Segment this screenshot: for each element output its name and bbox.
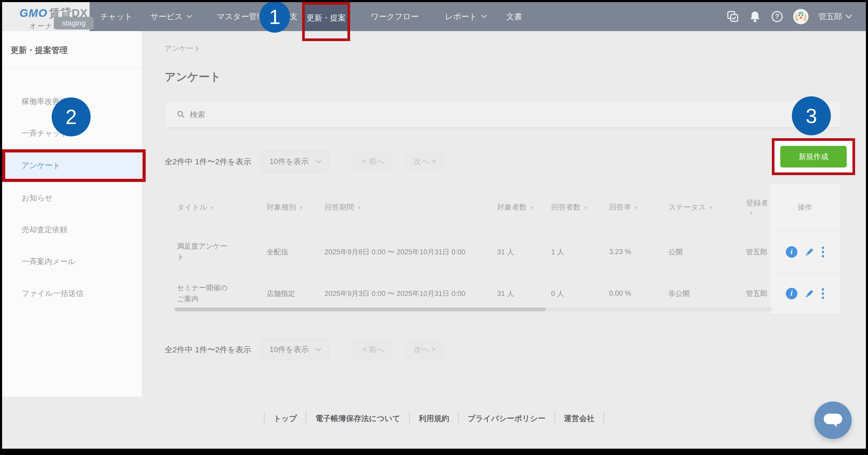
chevron-down-icon xyxy=(316,348,321,352)
col-header-registrant[interactable]: 登録者▼ xyxy=(734,198,770,217)
page-size-select[interactable]: 10件を表示 xyxy=(260,339,329,360)
footer-link-top[interactable]: トップ xyxy=(264,412,306,425)
sort-caret-icon: ▼ xyxy=(299,205,304,210)
cell-target-type: 店舗指定 xyxy=(254,289,312,298)
col-header-target-type[interactable]: 対象種別▼ xyxy=(254,202,312,212)
cell-target-type: 全配信 xyxy=(254,247,312,257)
sidebar-item-bulk-file-send[interactable]: ファイル一括送信 xyxy=(2,278,142,310)
footer-link-e-ledger-law[interactable]: 電子帳簿保存法について xyxy=(306,412,409,425)
annotation-step-2: 2 xyxy=(52,97,91,136)
annotation-step-3: 3 xyxy=(792,96,831,135)
col-header-targets[interactable]: 対象者数▼ xyxy=(485,202,539,212)
page-size-select[interactable]: 10件を表示 xyxy=(260,151,329,172)
sort-caret-icon: ▼ xyxy=(583,205,588,210)
edit-pencil-icon[interactable] xyxy=(804,247,815,257)
prev-page-button[interactable]: < 前へ xyxy=(353,151,394,172)
edit-pencil-icon[interactable] xyxy=(804,288,815,299)
annotation-step-1: 1 xyxy=(259,1,290,33)
nav-item-update-proposal[interactable]: 更新・提案 xyxy=(305,5,347,31)
sort-caret-icon: ▼ xyxy=(529,205,534,210)
horizontal-scrollbar[interactable] xyxy=(175,307,772,312)
nav-item-documents[interactable]: 文書 xyxy=(506,2,522,31)
info-icon[interactable]: i xyxy=(786,246,797,258)
cell-rate: 0.00 % xyxy=(597,289,656,297)
pagination-summary: 全2件中 1件〜2件を表示 xyxy=(165,345,251,355)
scrollbar-thumb[interactable] xyxy=(175,307,546,311)
app-logo[interactable]: GMO賃貸DX オーナーアプリ staging xyxy=(2,2,90,31)
survey-table: タイトル▼ 対象種別▼ 回答期間▼ 対象者数▼ 回答者数▼ 回答率▼ ステータス… xyxy=(165,183,840,315)
cell-title: セミナー開催のご案内 xyxy=(165,283,254,305)
chevron-down-icon xyxy=(316,160,321,164)
sort-caret-icon: ▼ xyxy=(357,205,362,210)
breadcrumb[interactable]: アンケート xyxy=(165,44,866,53)
pagination-bottom: 全2件中 1件〜2件を表示 10件を表示 < 前へ 次へ > xyxy=(165,339,866,360)
table-row[interactable]: 満足度アンケート 全配信 2025年9月8日 0:00 〜 2025年10月31… xyxy=(165,231,840,272)
table-header-row: タイトル▼ 対象種別▼ 回答期間▼ 対象者数▼ 回答者数▼ 回答率▼ ステータス… xyxy=(165,184,840,231)
top-navigation-bar: GMO賃貸DX オーナーアプリ staging チャット サービス マスター管理… xyxy=(2,2,866,31)
pagination-top: 全2件中 1件〜2件を表示 10件を表示 < 前へ 次へ > xyxy=(165,151,866,172)
user-menu[interactable]: 管五郎 xyxy=(818,11,852,22)
cell-registrant: 管五郎 xyxy=(734,289,770,298)
nav-item-chat[interactable]: チャット xyxy=(100,2,132,31)
cell-targets: 31 人 xyxy=(485,289,539,298)
next-page-button[interactable]: 次へ > xyxy=(404,151,445,172)
cell-period: 2025年9月3日 0:00 〜 2025年10月31日 0:00 xyxy=(312,289,485,298)
nav-item-report[interactable]: レポート xyxy=(445,2,487,31)
cell-title: 満足度アンケート xyxy=(165,241,254,263)
logo-gmo-text: GMO xyxy=(20,7,48,19)
create-new-button[interactable]: 新規作成 xyxy=(780,146,847,167)
col-header-rate[interactable]: 回答率▼ xyxy=(597,202,656,212)
search-icon xyxy=(177,110,185,119)
cell-targets: 31 人 xyxy=(485,247,539,257)
sidebar-item-news[interactable]: お知らせ xyxy=(2,182,142,214)
cell-actions: i xyxy=(770,273,840,314)
help-icon[interactable]: ? xyxy=(771,10,783,23)
staging-env-badge: staging xyxy=(54,17,94,30)
user-name: 管五郎 xyxy=(818,11,842,22)
sidebar-item-sale-assessment[interactable]: 売却査定依頼 xyxy=(2,214,142,246)
cell-status: 非公開 xyxy=(656,289,734,298)
pagination-summary: 全2件中 1件〜2件を表示 xyxy=(165,156,251,167)
search-input[interactable] xyxy=(190,110,840,119)
footer-link-privacy-policy[interactable]: プライバシーポリシー xyxy=(458,412,554,425)
user-avatar[interactable]: DX xyxy=(793,9,808,24)
sort-caret-icon: ▼ xyxy=(749,210,754,216)
col-header-title[interactable]: タイトル▼ xyxy=(165,202,254,212)
tasks-icon[interactable] xyxy=(727,10,739,23)
cell-actions: i xyxy=(770,231,840,272)
nav-item-master-admin[interactable]: マスター管理 xyxy=(217,2,265,31)
sidebar-title: 更新・提案管理 xyxy=(10,45,142,56)
app-window: GMO賃貸DX オーナーアプリ staging チャット サービス マスター管理… xyxy=(0,0,868,455)
cell-rate: 3.23 % xyxy=(597,248,656,256)
sort-caret-icon: ▼ xyxy=(634,205,639,210)
cell-period: 2025年9月8日 0:00 〜 2025年10月31日 0:00 xyxy=(312,247,485,257)
cell-registrant: 管五郎 xyxy=(734,247,770,257)
prev-page-button[interactable]: < 前へ xyxy=(353,339,394,360)
info-icon[interactable]: i xyxy=(786,288,797,299)
chevron-down-icon xyxy=(845,14,852,19)
sidebar-item-bulk-info-mail[interactable]: 一斉案内メール xyxy=(2,246,142,278)
kebab-menu-icon[interactable] xyxy=(822,288,824,299)
kebab-menu-icon[interactable] xyxy=(822,247,824,258)
next-page-button[interactable]: 次へ > xyxy=(404,339,445,360)
cell-respondents: 1 人 xyxy=(539,247,597,257)
chat-support-button[interactable] xyxy=(814,401,852,439)
col-header-actions: 操作 xyxy=(770,184,840,231)
col-header-respondents[interactable]: 回答者数▼ xyxy=(539,202,597,212)
main-content: アンケート アンケート 新規作成 全2件中 1件〜2件を表示 10件を表示 < … xyxy=(142,31,866,449)
footer-link-operating-company[interactable]: 運営会社 xyxy=(555,412,604,425)
annotation-box-nav-update-proposal: 更新・提案 xyxy=(302,2,350,41)
col-header-status[interactable]: ステータス▼ xyxy=(656,202,734,212)
col-header-period[interactable]: 回答期間▼ xyxy=(312,202,485,212)
sidebar: 更新・提案管理 稼働率改善提案 一斉チャット アンケート お知らせ 売却査定依頼… xyxy=(2,31,142,396)
sidebar-item-survey[interactable]: アンケート xyxy=(2,149,146,182)
chat-bubble-icon xyxy=(823,412,843,429)
notifications-bell-icon[interactable] xyxy=(749,10,761,23)
chevron-down-icon xyxy=(481,14,487,19)
sort-caret-icon: ▼ xyxy=(210,205,215,210)
search-bar[interactable] xyxy=(165,102,840,127)
nav-item-workflow[interactable]: ワークフロー xyxy=(371,2,419,31)
footer-link-terms[interactable]: 利用規約 xyxy=(409,412,458,425)
nav-item-services[interactable]: サービス xyxy=(150,2,192,31)
cell-status: 公開 xyxy=(656,247,734,257)
